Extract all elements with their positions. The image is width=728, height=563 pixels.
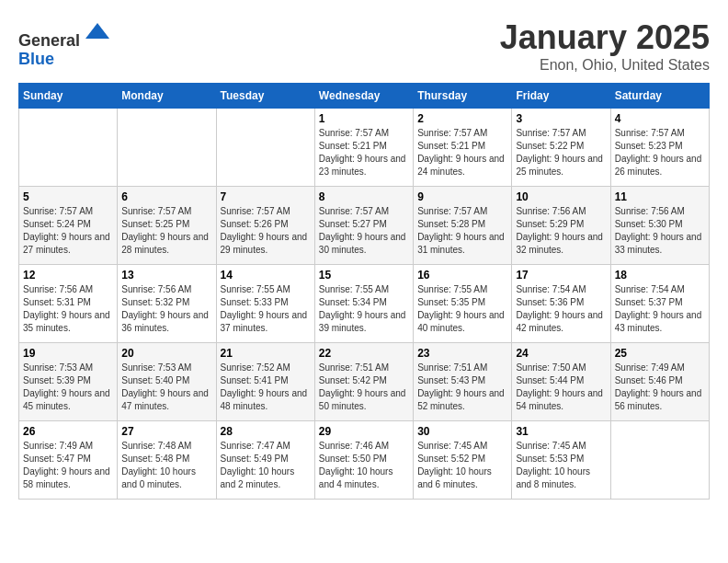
day-info: Sunrise: 7:48 AM Sunset: 5:48 PM Dayligh… <box>121 440 211 491</box>
week-row-5: 26Sunrise: 7:49 AM Sunset: 5:47 PM Dayli… <box>19 421 710 500</box>
header-cell-monday: Monday <box>118 84 216 109</box>
day-number: 1 <box>319 112 409 125</box>
day-number: 30 <box>417 425 507 438</box>
day-number: 2 <box>417 112 507 125</box>
day-cell: 22Sunrise: 7:51 AM Sunset: 5:42 PM Dayli… <box>314 343 413 421</box>
day-cell: 5Sunrise: 7:57 AM Sunset: 5:24 PM Daylig… <box>19 187 118 265</box>
day-info: Sunrise: 7:49 AM Sunset: 5:47 PM Dayligh… <box>23 440 113 491</box>
day-cell: 16Sunrise: 7:55 AM Sunset: 5:35 PM Dayli… <box>414 265 512 343</box>
day-number: 5 <box>23 190 113 203</box>
calendar-subtitle: Enon, Ohio, United States <box>500 57 710 74</box>
week-row-4: 19Sunrise: 7:53 AM Sunset: 5:39 PM Dayli… <box>19 343 710 421</box>
day-cell: 12Sunrise: 7:56 AM Sunset: 5:31 PM Dayli… <box>19 265 118 343</box>
week-row-1: 1Sunrise: 7:57 AM Sunset: 5:21 PM Daylig… <box>19 109 710 187</box>
day-cell: 31Sunrise: 7:45 AM Sunset: 5:53 PM Dayli… <box>512 421 610 500</box>
day-cell: 28Sunrise: 7:47 AM Sunset: 5:49 PM Dayli… <box>216 421 314 500</box>
day-cell: 1Sunrise: 7:57 AM Sunset: 5:21 PM Daylig… <box>314 109 413 187</box>
calendar-table: SundayMondayTuesdayWednesdayThursdayFrid… <box>18 83 710 500</box>
day-number: 19 <box>23 347 113 360</box>
day-info: Sunrise: 7:49 AM Sunset: 5:46 PM Dayligh… <box>615 362 705 413</box>
day-info: Sunrise: 7:54 AM Sunset: 5:37 PM Dayligh… <box>615 283 705 335</box>
day-number: 15 <box>319 269 409 282</box>
week-row-2: 5Sunrise: 7:57 AM Sunset: 5:24 PM Daylig… <box>19 187 710 265</box>
day-info: Sunrise: 7:55 AM Sunset: 5:34 PM Dayligh… <box>319 283 409 335</box>
day-info: Sunrise: 7:53 AM Sunset: 5:40 PM Dayligh… <box>121 362 211 413</box>
day-info: Sunrise: 7:57 AM Sunset: 5:23 PM Dayligh… <box>615 127 705 178</box>
day-number: 28 <box>221 425 311 438</box>
day-number: 13 <box>121 269 211 282</box>
day-cell: 13Sunrise: 7:56 AM Sunset: 5:32 PM Dayli… <box>118 265 216 343</box>
day-info: Sunrise: 7:57 AM Sunset: 5:22 PM Dayligh… <box>516 127 606 178</box>
day-cell: 4Sunrise: 7:57 AM Sunset: 5:23 PM Daylig… <box>610 109 709 187</box>
day-info: Sunrise: 7:56 AM Sunset: 5:30 PM Dayligh… <box>615 205 705 257</box>
day-cell: 14Sunrise: 7:55 AM Sunset: 5:33 PM Dayli… <box>216 265 314 343</box>
day-cell: 20Sunrise: 7:53 AM Sunset: 5:40 PM Dayli… <box>118 343 216 421</box>
day-info: Sunrise: 7:47 AM Sunset: 5:49 PM Dayligh… <box>221 440 311 491</box>
day-number: 17 <box>516 269 606 282</box>
day-info: Sunrise: 7:54 AM Sunset: 5:36 PM Dayligh… <box>516 283 606 335</box>
day-number: 10 <box>516 190 606 203</box>
day-info: Sunrise: 7:57 AM Sunset: 5:21 PM Dayligh… <box>417 127 507 178</box>
day-info: Sunrise: 7:57 AM Sunset: 5:26 PM Dayligh… <box>221 205 311 257</box>
day-info: Sunrise: 7:55 AM Sunset: 5:33 PM Dayligh… <box>221 283 311 335</box>
day-info: Sunrise: 7:57 AM Sunset: 5:27 PM Dayligh… <box>319 205 409 257</box>
day-cell: 9Sunrise: 7:57 AM Sunset: 5:28 PM Daylig… <box>414 187 512 265</box>
calendar-title: January 2025 <box>500 18 710 57</box>
day-number: 16 <box>417 269 507 282</box>
header-cell-wednesday: Wednesday <box>314 84 413 109</box>
header-cell-sunday: Sunday <box>19 84 118 109</box>
day-number: 8 <box>319 190 409 203</box>
day-number: 3 <box>516 112 606 125</box>
day-cell: 24Sunrise: 7:50 AM Sunset: 5:44 PM Dayli… <box>512 343 610 421</box>
svg-marker-0 <box>85 23 109 39</box>
page-header: General Blue January 2025 Enon, Ohio, Un… <box>18 18 710 74</box>
day-cell: 30Sunrise: 7:45 AM Sunset: 5:52 PM Dayli… <box>414 421 512 500</box>
day-number: 29 <box>319 425 409 438</box>
day-number: 12 <box>23 269 113 282</box>
day-cell: 10Sunrise: 7:56 AM Sunset: 5:29 PM Dayli… <box>512 187 610 265</box>
day-number: 26 <box>23 425 113 438</box>
day-info: Sunrise: 7:53 AM Sunset: 5:39 PM Dayligh… <box>23 362 113 413</box>
day-cell: 8Sunrise: 7:57 AM Sunset: 5:27 PM Daylig… <box>314 187 413 265</box>
day-info: Sunrise: 7:57 AM Sunset: 5:24 PM Dayligh… <box>23 205 113 257</box>
day-info: Sunrise: 7:45 AM Sunset: 5:53 PM Dayligh… <box>516 440 606 491</box>
day-number: 25 <box>615 347 705 360</box>
day-cell <box>216 109 314 187</box>
day-cell: 11Sunrise: 7:56 AM Sunset: 5:30 PM Dayli… <box>610 187 709 265</box>
day-info: Sunrise: 7:57 AM Sunset: 5:28 PM Dayligh… <box>417 205 507 257</box>
day-info: Sunrise: 7:57 AM Sunset: 5:25 PM Dayligh… <box>121 205 211 257</box>
title-area: January 2025 Enon, Ohio, United States <box>500 18 710 74</box>
day-cell <box>610 421 709 500</box>
header-cell-tuesday: Tuesday <box>216 84 314 109</box>
logo-general: General <box>18 31 80 50</box>
day-cell: 17Sunrise: 7:54 AM Sunset: 5:36 PM Dayli… <box>512 265 610 343</box>
day-cell: 19Sunrise: 7:53 AM Sunset: 5:39 PM Dayli… <box>19 343 118 421</box>
day-cell: 18Sunrise: 7:54 AM Sunset: 5:37 PM Dayli… <box>610 265 709 343</box>
day-cell: 23Sunrise: 7:51 AM Sunset: 5:43 PM Dayli… <box>414 343 512 421</box>
header-cell-saturday: Saturday <box>610 84 709 109</box>
day-cell: 2Sunrise: 7:57 AM Sunset: 5:21 PM Daylig… <box>414 109 512 187</box>
day-number: 18 <box>615 269 705 282</box>
day-cell: 27Sunrise: 7:48 AM Sunset: 5:48 PM Dayli… <box>118 421 216 500</box>
day-number: 21 <box>221 347 311 360</box>
day-info: Sunrise: 7:56 AM Sunset: 5:31 PM Dayligh… <box>23 283 113 335</box>
day-info: Sunrise: 7:56 AM Sunset: 5:29 PM Dayligh… <box>516 205 606 257</box>
day-cell: 21Sunrise: 7:52 AM Sunset: 5:41 PM Dayli… <box>216 343 314 421</box>
day-cell: 25Sunrise: 7:49 AM Sunset: 5:46 PM Dayli… <box>610 343 709 421</box>
day-number: 24 <box>516 347 606 360</box>
day-cell: 7Sunrise: 7:57 AM Sunset: 5:26 PM Daylig… <box>216 187 314 265</box>
day-info: Sunrise: 7:51 AM Sunset: 5:42 PM Dayligh… <box>319 362 409 413</box>
day-cell <box>118 109 216 187</box>
day-number: 6 <box>121 190 211 203</box>
day-info: Sunrise: 7:51 AM Sunset: 5:43 PM Dayligh… <box>417 362 507 413</box>
day-number: 22 <box>319 347 409 360</box>
logo: General Blue <box>18 18 111 69</box>
day-number: 20 <box>121 347 211 360</box>
header-cell-friday: Friday <box>512 84 610 109</box>
day-cell: 26Sunrise: 7:49 AM Sunset: 5:47 PM Dayli… <box>19 421 118 500</box>
logo-icon <box>84 18 111 46</box>
day-info: Sunrise: 7:52 AM Sunset: 5:41 PM Dayligh… <box>221 362 311 413</box>
day-number: 27 <box>121 425 211 438</box>
day-number: 9 <box>417 190 507 203</box>
day-number: 7 <box>221 190 311 203</box>
